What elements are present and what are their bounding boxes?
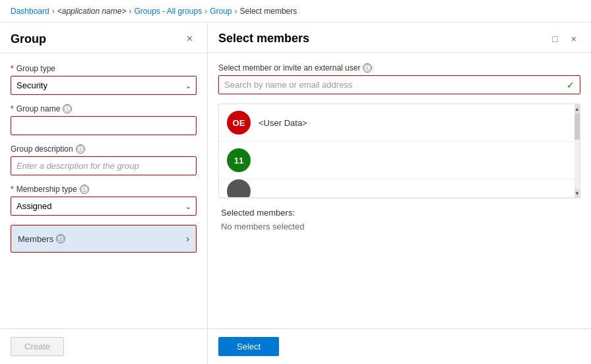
selected-section: Selected members: No members selected	[218, 208, 580, 231]
left-panel-header: Group ×	[0, 22, 207, 53]
membership-type-field: * Membership type ⓘ Assigned Dynamic Use…	[11, 185, 197, 216]
group-type-required-star: *	[11, 64, 14, 73]
members-field: Members ⓘ ›	[11, 225, 197, 253]
group-type-select-wrapper: Security Microsoft 365 ⌄	[11, 76, 197, 95]
breadcrumb-app-name[interactable]: <application name>	[57, 7, 127, 16]
search-input[interactable]	[219, 76, 580, 94]
no-members-text: No members selected	[221, 222, 578, 231]
list-item[interactable]: OE <User Data>	[219, 104, 580, 142]
membership-type-select[interactable]: Assigned Dynamic User Dynamic Device	[11, 197, 197, 216]
selected-title: Selected members:	[221, 208, 578, 218]
members-info-icon: ⓘ	[56, 234, 65, 243]
members-chevron-right-icon: ›	[186, 233, 189, 244]
breadcrumb-groups[interactable]: Groups - All groups	[134, 7, 202, 16]
right-panel-close-button[interactable]: ×	[567, 32, 580, 46]
right-panel-title: Select members	[218, 32, 309, 46]
membership-type-info-icon: ⓘ	[80, 185, 89, 194]
search-label: Select member or invite an external user…	[218, 63, 580, 73]
right-panel-footer: Select	[208, 328, 591, 364]
list-item[interactable]: 11	[219, 142, 580, 179]
members-label: Members ⓘ	[18, 234, 65, 244]
membership-type-select-wrapper: Assigned Dynamic User Dynamic Device ⌄	[11, 197, 197, 216]
breadcrumb-group[interactable]: Group	[210, 7, 232, 16]
group-description-info-icon: ⓘ	[76, 144, 85, 154]
main-container: Group × * Group type Security Microsoft …	[0, 22, 591, 364]
breadcrumb-current: Select members	[240, 7, 297, 16]
group-type-field: * Group type Security Microsoft 365 ⌄	[11, 64, 197, 95]
group-description-field: Group description ⓘ	[11, 144, 197, 175]
avatar	[227, 179, 251, 198]
right-panel-controls: □ ×	[548, 32, 580, 46]
group-name-label: * Group name ⓘ	[11, 104, 197, 113]
right-panel-body: Select member or invite an external user…	[208, 53, 591, 328]
scroll-up-icon[interactable]: ▲	[575, 104, 580, 113]
left-panel: Group × * Group type Security Microsoft …	[0, 22, 208, 364]
search-section: Select member or invite an external user…	[218, 63, 580, 94]
maximize-button[interactable]: □	[548, 32, 561, 46]
membership-type-required-star: *	[11, 185, 14, 194]
search-info-icon: ⓘ	[363, 63, 372, 73]
scrollbar-track: ▲ ▼	[575, 104, 580, 198]
member-name: <User Data>	[259, 118, 307, 128]
group-type-select[interactable]: Security Microsoft 365	[11, 76, 197, 95]
breadcrumb-dashboard[interactable]: Dashboard	[11, 7, 49, 16]
left-panel-title: Group	[11, 32, 46, 46]
select-button[interactable]: Select	[218, 337, 279, 356]
members-list: OE <User Data> 11 ▲ ▼	[218, 104, 580, 198]
left-panel-body: * Group type Security Microsoft 365 ⌄ * …	[0, 53, 207, 328]
membership-type-label: * Membership type ⓘ	[11, 185, 197, 194]
avatar: 11	[227, 148, 251, 172]
group-description-label: Group description ⓘ	[11, 144, 197, 154]
scroll-down-icon[interactable]: ▼	[575, 189, 580, 198]
create-button[interactable]: Create	[11, 337, 64, 356]
search-wrapper: ✓	[218, 75, 580, 94]
left-panel-footer: Create	[0, 328, 207, 364]
breadcrumb: Dashboard › <application name> › Groups …	[0, 0, 591, 22]
group-name-input[interactable]	[11, 116, 197, 135]
group-name-required-star: *	[11, 104, 14, 113]
scrollbar-thumb[interactable]	[575, 113, 580, 140]
group-name-field: * Group name ⓘ	[11, 104, 197, 135]
members-box[interactable]: Members ⓘ ›	[11, 225, 197, 253]
group-type-label: * Group type	[11, 64, 197, 73]
list-item[interactable]	[219, 179, 580, 198]
search-check-icon: ✓	[567, 80, 575, 90]
right-panel-header: Select members □ ×	[208, 22, 591, 53]
right-panel: Select members □ × Select member or invi…	[208, 22, 591, 364]
group-description-input[interactable]	[11, 156, 197, 175]
left-panel-close-button[interactable]: ×	[183, 32, 197, 46]
group-name-info-icon: ⓘ	[63, 104, 72, 113]
avatar: OE	[227, 111, 251, 135]
